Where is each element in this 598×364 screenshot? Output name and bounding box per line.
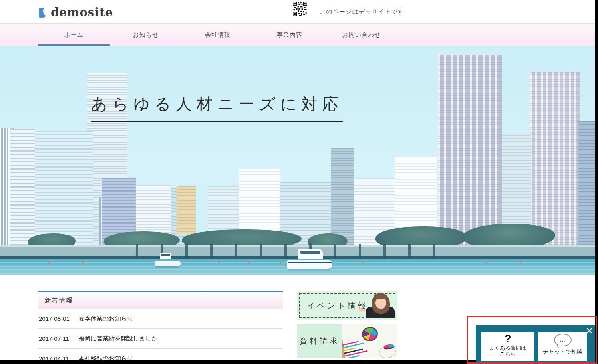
qr-code-icon (293, 2, 307, 16)
document-request-banner[interactable]: 資料請求 (297, 324, 397, 358)
event-banner-label: イベント情報 (307, 300, 368, 311)
hero-image: あらゆる人材ニーズに対応 (0, 46, 595, 275)
buoy (485, 262, 487, 264)
news-link[interactable]: 夏季休業のお知らせ (79, 315, 133, 322)
main-nav: ホーム お知らせ 会社情報 事業内容 お問い合わせ (0, 24, 595, 46)
nav-item-business[interactable]: 事業内容 (254, 24, 326, 46)
nav-item-news[interactable]: お知らせ (110, 24, 182, 46)
hero-headline: あらゆる人材ニーズに対応 (91, 93, 343, 122)
boat (287, 247, 332, 271)
nav-items: ホーム お知らせ 会社情報 事業内容 お問い合わせ (38, 24, 397, 46)
header: demosite このページはデモサイトです (0, 0, 595, 24)
event-info-banner[interactable]: イベント情報 (297, 291, 397, 320)
question-mark-icon: ? (481, 333, 534, 345)
news-date: 2017-07-11 (39, 335, 74, 342)
speech-bubble-icon: … (554, 334, 572, 346)
news-row: 2017-04-11 本社移転のお知らせ (38, 349, 283, 360)
boat (155, 250, 181, 268)
nav-item-contact[interactable]: お問い合わせ (326, 24, 397, 46)
logo-text: demosite (51, 6, 113, 19)
news-link[interactable]: 本社移転のお知らせ (79, 355, 133, 360)
logo-crescent-icon (39, 7, 48, 18)
buoy (362, 262, 364, 264)
demo-site-note: このページはデモサイトです (320, 0, 404, 24)
nav-item-company[interactable]: 会社情報 (182, 24, 254, 46)
site-logo[interactable]: demosite (39, 6, 113, 19)
news-date: 2017-08-01 (39, 315, 74, 322)
faq-label-line2: こちら (481, 351, 534, 357)
news-section-title: 新着情報 (38, 291, 283, 309)
chat-widget-annotation-box: ✕ ? よくある質問は こちら … チャットで相談 (467, 316, 597, 364)
news-row: 2017-07-11 福岡に営業所を開設しました (38, 329, 283, 349)
news-link[interactable]: 福岡に営業所を開設しました (79, 335, 157, 342)
building-shape (177, 186, 196, 234)
chat-consult-label: チャットで相談 (538, 348, 587, 356)
buoy (82, 262, 84, 264)
chat-consult-button[interactable]: … チャットで相談 (538, 332, 587, 361)
page: demosite このページはデモサイトです ホーム お知らせ 会社情報 (0, 0, 595, 360)
charts-photo (342, 324, 397, 358)
request-banner-label: 資料請求 (297, 324, 342, 358)
faq-label-line1: よくある質問は (481, 345, 534, 351)
news-row: 2017-08-01 夏季休業のお知らせ (38, 309, 283, 329)
buoy (48, 262, 50, 264)
news-date: 2017-04-11 (39, 355, 74, 360)
buoy (248, 262, 250, 264)
buoy (280, 262, 282, 264)
buoy (519, 262, 521, 264)
news-section: 新着情報 2017-08-01 夏季休業のお知らせ 2017-07-11 福岡に… (38, 291, 283, 360)
buoy (218, 262, 220, 264)
faq-button[interactable]: ? よくある質問は こちら (481, 332, 534, 361)
nav-item-home[interactable]: ホーム (38, 24, 110, 46)
chat-widget: ✕ ? よくある質問は こちら … チャットで相談 (476, 325, 595, 362)
